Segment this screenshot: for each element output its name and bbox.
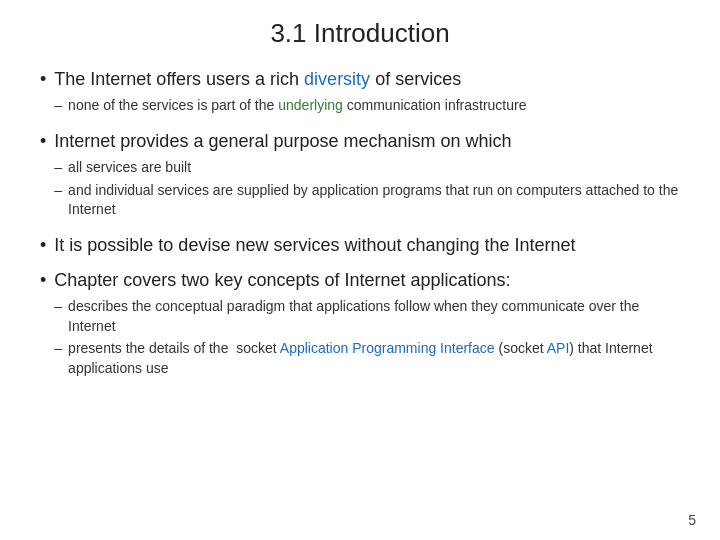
bullet-dot-2: •: [40, 129, 46, 154]
sub-dash: –: [54, 339, 62, 359]
highlight-diversity: diversity: [304, 69, 370, 89]
sub-dash: –: [54, 181, 62, 201]
slide-title: 3.1 Introduction: [40, 18, 680, 49]
sub-item-1-1: – none of the services is part of the un…: [54, 96, 526, 116]
sub-list-2: – all services are built – and individua…: [54, 158, 680, 220]
sub-list-4: – describes the conceptual paradigm that…: [54, 297, 680, 378]
bullet-dot-4: •: [40, 268, 46, 293]
sub-text-2-2: and individual services are supplied by …: [68, 181, 680, 220]
highlight-api-full: Application Programming Interface: [280, 340, 495, 356]
bullet-text-3: It is possible to devise new services wi…: [54, 235, 575, 255]
sub-text-4-2: presents the details of the socket Appli…: [68, 339, 680, 378]
sub-item-4-2: – presents the details of the socket App…: [54, 339, 680, 378]
highlight-underlying: underlying: [278, 97, 343, 113]
sub-text-2-1: all services are built: [68, 158, 191, 178]
highlight-api: API: [547, 340, 570, 356]
sub-dash: –: [54, 158, 62, 178]
sub-text-4-1: describes the conceptual paradigm that a…: [68, 297, 680, 336]
bullet-text-2: Internet provides a general purpose mech…: [54, 131, 511, 151]
bullet-dot-1: •: [40, 67, 46, 92]
bullet-item-2: • Internet provides a general purpose me…: [40, 129, 680, 223]
bullet-dot-3: •: [40, 233, 46, 258]
sub-item-4-1: – describes the conceptual paradigm that…: [54, 297, 680, 336]
sub-text-1-1: none of the services is part of the unde…: [68, 96, 526, 116]
bullet-list: • The Internet offers users a rich diver…: [40, 67, 680, 382]
sub-item-2-1: – all services are built: [54, 158, 680, 178]
bullet-item-3: • It is possible to devise new services …: [40, 233, 680, 258]
bullet-item-4: • Chapter covers two key concepts of Int…: [40, 268, 680, 382]
sub-dash: –: [54, 96, 62, 116]
slide: 3.1 Introduction • The Internet offers u…: [0, 0, 720, 540]
sub-dash: –: [54, 297, 62, 317]
bullet-text-4: Chapter covers two key concepts of Inter…: [54, 270, 510, 290]
bullet-text-1: The Internet offers users a rich diversi…: [54, 69, 461, 89]
page-number: 5: [688, 512, 696, 528]
sub-item-2-2: – and individual services are supplied b…: [54, 181, 680, 220]
bullet-item-1: • The Internet offers users a rich diver…: [40, 67, 680, 119]
sub-list-1: – none of the services is part of the un…: [54, 96, 526, 116]
